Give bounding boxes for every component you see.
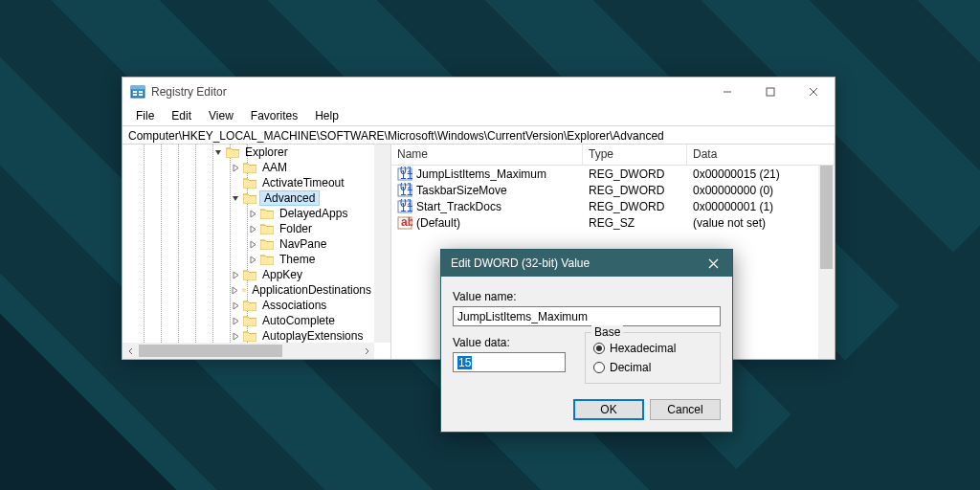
tree-item-autoplayextensions[interactable]: AutoplayExtensions — [122, 328, 374, 343]
value-data: 0x00000001 (1) — [687, 200, 835, 213]
radio-hex-icon — [593, 343, 605, 354]
radio-hex[interactable]: Hexadecimal — [593, 341, 712, 356]
svg-rect-3 — [133, 94, 137, 96]
list-vscroll[interactable] — [818, 166, 835, 359]
dialog-close-button[interactable] — [694, 250, 732, 277]
expander-icon[interactable] — [231, 193, 240, 203]
list-row[interactable]: ab(Default)REG_SZ(value not set) — [391, 214, 835, 231]
menu-help[interactable]: Help — [307, 107, 346, 124]
vscroll-thumb[interactable] — [820, 166, 833, 269]
window-title: Registry Editor — [151, 85, 705, 99]
list-row[interactable]: 011110Start_TrackDocsREG_DWORD0x00000001… — [391, 198, 835, 214]
tree-label: AppKey — [259, 268, 305, 281]
tree-label: Associations — [259, 299, 329, 312]
hscroll-thumb[interactable] — [139, 345, 282, 357]
value-type: REG_DWORD — [583, 200, 687, 213]
value-data: 0x00000015 (21) — [687, 167, 835, 181]
expander-icon[interactable] — [231, 285, 239, 295]
value-name-input[interactable] — [453, 306, 721, 326]
tree-item-advanced[interactable]: Advanced — [122, 190, 374, 206]
radio-dec-icon — [593, 362, 605, 373]
tree-item-applicationdestinations[interactable]: ApplicationDestinations — [122, 282, 374, 298]
base-legend: Base — [591, 325, 623, 339]
tree-label: AAM — [259, 161, 290, 174]
menu-edit[interactable]: Edit — [164, 107, 199, 124]
tree-label: Folder — [277, 222, 315, 235]
list-row[interactable]: 011110JumpListItems_MaximumREG_DWORD0x00… — [391, 166, 835, 182]
radio-dec[interactable]: Decimal — [593, 360, 712, 375]
expander-icon[interactable] — [231, 331, 240, 341]
tree-pane: ExplorerAAMActivateTimeoutAdvancedDelaye… — [122, 145, 391, 359]
tree-label: ActivateTimeout — [259, 176, 347, 189]
svg-text:110: 110 — [400, 185, 412, 198]
tree-item-explorer[interactable]: Explorer — [122, 145, 374, 160]
menu-view[interactable]: View — [201, 107, 241, 124]
tree-content[interactable]: ExplorerAAMActivateTimeoutAdvancedDelaye… — [122, 145, 374, 343]
dialog-title-text: Edit DWORD (32-bit) Value — [451, 256, 590, 270]
radio-dec-label: Decimal — [610, 361, 651, 374]
address-bar[interactable]: Computer\HKEY_LOCAL_MACHINE\SOFTWARE\Mic… — [122, 125, 835, 145]
menu-file[interactable]: File — [128, 107, 162, 124]
tree-item-folder[interactable]: Folder — [122, 221, 374, 236]
list-row[interactable]: 011110TaskbarSizeMoveREG_DWORD0x00000000… — [391, 182, 835, 198]
minimize-button[interactable] — [705, 78, 748, 106]
tree-label: DelayedApps — [277, 207, 350, 220]
ok-button[interactable]: OK — [573, 399, 644, 420]
expander-icon[interactable] — [231, 316, 240, 325]
tree-label: NavPane — [277, 237, 329, 251]
tree-vscroll[interactable] — [374, 145, 390, 343]
expander-icon[interactable] — [248, 209, 257, 218]
expander-icon[interactable] — [231, 178, 240, 188]
value-data: (value not set) — [687, 216, 835, 230]
cancel-button[interactable]: Cancel — [650, 399, 721, 420]
tree-item-aam[interactable]: AAM — [122, 160, 374, 175]
scroll-left-icon[interactable] — [122, 343, 139, 359]
svg-text:110: 110 — [400, 168, 412, 182]
titlebar[interactable]: Registry Editor — [122, 78, 835, 106]
tree-item-navpane[interactable]: NavPane — [122, 236, 374, 252]
expander-icon[interactable] — [213, 147, 223, 157]
expander-icon[interactable] — [231, 163, 240, 172]
base-group: Base Hexadecimal Decimal — [585, 332, 721, 384]
value-name: TaskbarSizeMove — [416, 184, 507, 197]
value-name: (Default) — [416, 216, 460, 230]
list-header: Name Type Data — [391, 145, 835, 166]
expander-icon[interactable] — [248, 255, 257, 264]
tree-label: Advanced — [259, 190, 320, 206]
col-name[interactable]: Name — [391, 145, 583, 165]
col-data[interactable]: Data — [687, 145, 835, 165]
value-data-input[interactable]: 15 — [453, 352, 566, 372]
expander-icon[interactable] — [231, 301, 240, 310]
tree-item-delayedapps[interactable]: DelayedApps — [122, 206, 374, 221]
value-name: Start_TrackDocs — [416, 200, 501, 213]
value-name: JumpListItems_Maximum — [416, 167, 546, 181]
tree-hscroll[interactable] — [122, 343, 374, 359]
app-icon — [130, 84, 145, 100]
value-type: REG_SZ — [583, 216, 687, 230]
svg-rect-1 — [131, 86, 145, 89]
maximize-button[interactable] — [748, 78, 791, 106]
expander-icon[interactable] — [248, 239, 257, 249]
tree-label: Theme — [277, 253, 318, 266]
value-data-label: Value data: — [453, 336, 566, 349]
tree-label: AutoComplete — [259, 314, 338, 327]
tree-item-appkey[interactable]: AppKey — [122, 267, 374, 282]
col-type[interactable]: Type — [583, 145, 687, 165]
value-name-label: Value name: — [453, 290, 721, 303]
svg-text:ab: ab — [401, 215, 412, 229]
scroll-right-icon[interactable] — [358, 343, 374, 359]
dialog-titlebar[interactable]: Edit DWORD (32-bit) Value — [441, 250, 732, 277]
expander-icon[interactable] — [231, 270, 240, 279]
expander-icon[interactable] — [248, 224, 257, 234]
menu-favorites[interactable]: Favorites — [243, 107, 305, 124]
menubar: File Edit View Favorites Help — [122, 106, 835, 125]
tree-item-autocomplete[interactable]: AutoComplete — [122, 313, 374, 328]
edit-dword-dialog: Edit DWORD (32-bit) Value Value name: Va… — [440, 249, 733, 433]
tree-item-activatetimeout[interactable]: ActivateTimeout — [122, 175, 374, 190]
value-data: 0x00000000 (0) — [687, 184, 835, 197]
tree-item-associations[interactable]: Associations — [122, 298, 374, 313]
tree-item-theme[interactable]: Theme — [122, 252, 374, 267]
close-button[interactable] — [791, 78, 835, 106]
tree-label: Explorer — [242, 145, 291, 159]
svg-text:110: 110 — [400, 201, 412, 214]
